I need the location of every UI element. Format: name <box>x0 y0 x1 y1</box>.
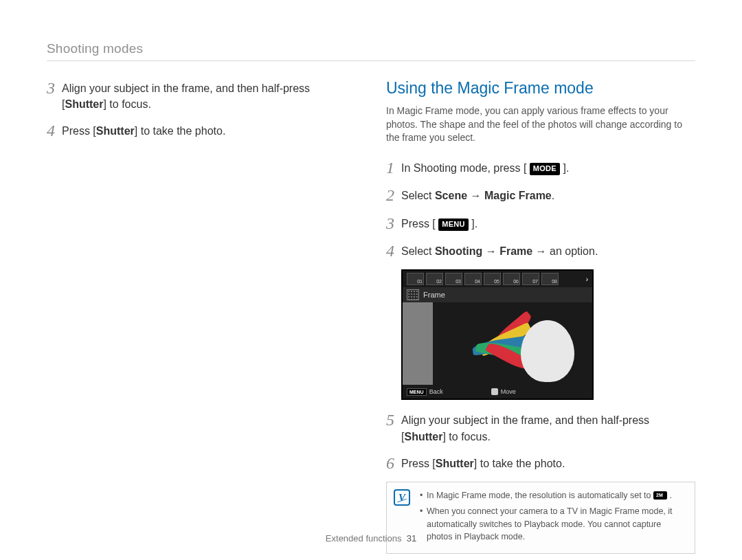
right-step-3: 3 Press [ MENU ]. <box>386 214 695 232</box>
page-number: 31 <box>407 533 416 544</box>
step-number: 3 <box>47 79 62 97</box>
step-text: Align your subject in the frame, and the… <box>62 79 356 112</box>
step-number: 5 <box>386 411 401 429</box>
frame-thumb: 05 <box>484 273 501 285</box>
step-number: 1 <box>386 159 401 177</box>
step-number: 4 <box>47 122 62 139</box>
step-number: 2 <box>386 186 401 204</box>
left-step-4: 4 Press [Shutter] to take the photo. <box>47 122 356 139</box>
left-column: 3 Align your subject in the frame, and t… <box>47 79 356 554</box>
frame-thumb: 06 <box>503 273 520 285</box>
step-number: 4 <box>386 242 401 260</box>
note-icon: V <box>394 489 410 506</box>
step-text: Select Scene → Magic Frame. <box>401 186 554 203</box>
footer-section: Extended functions <box>326 533 402 544</box>
right-step-5: 5 Align your subject in the frame, and t… <box>386 411 695 444</box>
move-label: Move <box>501 388 516 395</box>
frame-thumb: 07 <box>522 273 539 285</box>
step-number: 3 <box>386 214 401 232</box>
camera-bottom-bar: MENU Back Move <box>403 385 592 399</box>
feather-art <box>441 304 530 379</box>
grid-icon <box>407 289 419 300</box>
page-footer: Extended functions 31 <box>0 533 742 544</box>
camera-preview-image <box>403 302 592 385</box>
chevron-right-icon: › <box>586 276 588 283</box>
left-step-3: 3 Align your subject in the frame, and t… <box>47 79 356 112</box>
step-text: Align your subject in the frame, and the… <box>401 411 695 444</box>
step-text: Press [Shutter] to take the photo. <box>62 122 225 139</box>
right-step-1: 1 In Shooting mode, press [ MODE ]. <box>386 159 695 177</box>
frame-thumb: 04 <box>464 273 482 285</box>
section-intro: In Magic Frame mode, you can apply vario… <box>386 104 695 145</box>
frame-thumb: 08 <box>541 273 559 285</box>
right-step-2: 2 Select Scene → Magic Frame. <box>386 186 695 204</box>
step-number: 6 <box>386 454 401 472</box>
right-step-6: 6 Press [Shutter] to take the photo. <box>386 454 695 472</box>
frame-thumb: 03 <box>445 273 462 285</box>
right-step-4: 4 Select Shooting → Frame → an option. <box>386 242 695 260</box>
back-label: Back <box>429 388 443 395</box>
mannequin-head <box>521 320 574 382</box>
frame-label-text: Frame <box>423 291 445 299</box>
step-text: Press [ MENU ]. <box>401 214 477 232</box>
step-text: In Shooting mode, press [ MODE ]. <box>401 159 569 176</box>
right-column: Using the Magic Frame mode In Magic Fram… <box>386 79 695 554</box>
frame-label-row: Frame <box>403 287 592 302</box>
two-column-layout: 3 Align your subject in the frame, and t… <box>47 79 695 554</box>
section-title: Using the Magic Frame mode <box>386 79 695 98</box>
frame-strip: 01 02 03 04 05 06 07 08 › <box>403 271 592 287</box>
page-header: Shooting modes <box>47 41 695 61</box>
note-item: In Magic Frame mode, the resolution is a… <box>420 489 685 502</box>
frame-thumb: 01 <box>407 273 424 285</box>
step-text: Press [Shutter] to take the photo. <box>401 454 565 471</box>
step-text: Select Shooting → Frame → an option. <box>401 242 598 259</box>
menu-badge-icon: MENU <box>407 388 427 396</box>
frame-thumb: 02 <box>426 273 443 285</box>
dpad-icon <box>491 388 498 395</box>
camera-screen-illustration: 01 02 03 04 05 06 07 08 › Frame <box>401 269 594 400</box>
